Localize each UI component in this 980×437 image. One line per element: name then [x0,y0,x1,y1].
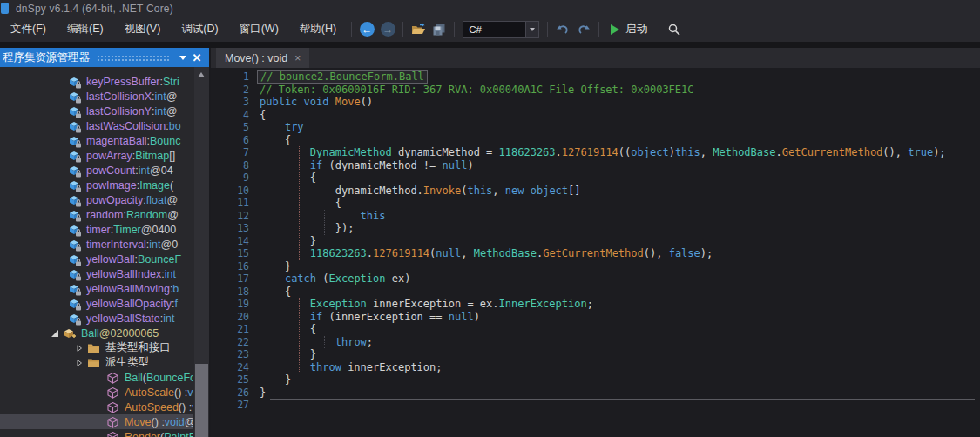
code-line-10[interactable]: 10 dynamicMethod.Invoke(this, new object… [211,185,980,198]
tab-move-void[interactable]: Move() : void × [216,48,309,68]
code-line-3[interactable]: 3public void Move() [211,96,980,109]
tree-scrollbar[interactable] [194,67,209,437]
toolbar-separator [402,22,403,37]
tree-item-powopacity[interactable]: powOpacity : float @ [0,192,193,207]
panel-menu-button[interactable] [176,50,190,64]
tree-item-render[interactable]: Render(PaintEver [0,429,193,437]
tree-expander[interactable] [75,344,87,353]
tree-expander[interactable] [75,359,87,367]
tree-item-timer[interactable]: timer : Timer @0400 [0,222,193,237]
tree-item-powimage[interactable]: powImage : Image ( [0,178,193,192]
code-line-5[interactable]: 5 try [211,121,980,134]
tree-item-powarray[interactable]: powArray : Bitmap[] [0,148,193,163]
code-text: try [260,121,304,134]
code-line-9[interactable]: 9 { [211,171,980,185]
tree-expander[interactable] [51,329,63,338]
code-line-6[interactable]: 6 { [211,134,980,147]
tree-item-magentaball[interactable]: magentaBall : Bounc [0,133,193,148]
undo-button[interactable] [552,19,573,40]
tree-item-lastcollisiony[interactable]: lastCollisionY : int @ [0,104,193,118]
tab-close-icon[interactable]: × [294,52,301,64]
tree-item-ball[interactable]: Ball @02000065 [0,326,193,340]
code-line-25[interactable]: 25 } [211,373,980,387]
code-line-7[interactable]: 7 DynamicMethod dynamicMethod = 11862326… [211,146,980,159]
menu-item[interactable]: 编辑(E) [57,20,114,39]
code-line-1[interactable]: 1// bounce2.BounceForm.Ball [211,71,980,84]
code-line-27[interactable]: 27 [211,399,980,412]
tree-item-lastwascollision[interactable]: lastWasCollision : bo [0,118,193,133]
tree-item-timerinterval[interactable]: timerInterval : int @0 [0,237,193,252]
open-button[interactable] [408,19,429,40]
line-number: 27 [211,399,260,412]
forward-button[interactable]: → [377,19,398,40]
menu-item[interactable]: 文件(F) [0,20,57,39]
field-icon-wrap [68,298,82,310]
tree-item-派生类型[interactable]: 派生类型 [0,355,193,370]
code-line-16[interactable]: 16 } [211,260,980,273]
field-icon-wrap [68,105,82,118]
tree-item-text: timer [86,224,111,236]
code-line-18[interactable]: 18 { [211,286,980,299]
chevron-down-icon [179,56,186,60]
tree-item-text: @ [166,194,178,206]
scrollbar-up-icon[interactable] [198,72,205,77]
tree-scrollbar-thumb[interactable] [195,364,208,437]
tree-item-yellowballopacity[interactable]: yellowBallOpacity : f [0,296,193,311]
line-number: 12 [211,210,260,223]
save-all-button[interactable] [429,19,449,40]
tree-item-random[interactable]: random : Random @ [0,207,193,222]
tree-item-yellowball[interactable]: yellowBall : BounceF [0,252,193,266]
code-line-24[interactable]: 24 throw innerException; [211,361,980,374]
code-line-15[interactable]: 15 118623263.127619114(null, MethodBase.… [211,247,980,260]
tree-item-text: int [165,268,176,280]
language-combo-dropdown[interactable] [525,22,538,37]
code-line-14[interactable]: 14 } [211,235,980,248]
code-editor[interactable]: 1// bounce2.BounceForm.Ball2// Token: 0x… [211,68,980,437]
menu-item[interactable]: 视图(V) [114,20,172,39]
tree-item-keypressbuffer[interactable]: keyPressBuffer : Stri [0,74,193,89]
assembly-explorer-header[interactable]: 程序集资源管理器 ✕ [0,48,209,67]
tree-item-text: f [174,298,177,310]
field-icon [68,105,82,118]
back-button[interactable]: ← [356,19,377,40]
tree-item-yellowballmoving[interactable]: yellowBallMoving : b [0,281,193,296]
tree-item-text: b [172,283,179,295]
tree-item-yellowballstate[interactable]: yellowBallState : int [0,311,193,326]
menu-item[interactable]: 调试(D) [171,20,228,39]
code-line-19[interactable]: 19 Exception innerException = ex.InnerEx… [211,298,980,311]
tree-item-move[interactable]: Move() : void @( [0,414,193,429]
code-line-12[interactable]: 12 this [211,210,980,223]
code-line-23[interactable]: 23 } [211,348,980,361]
title-bar[interactable]: dnSpy v6.1.4 (64-bit, .NET Core) [0,0,980,17]
run-button[interactable]: 启动 [604,19,654,40]
menu-item[interactable]: 窗口(W) [229,20,289,39]
search-button[interactable] [664,19,685,40]
tree-item-lastcollisionx[interactable]: lastCollisionX : int @ [0,89,193,104]
code-line-8[interactable]: 8 if (dynamicMethod != null) [211,159,980,172]
language-combo[interactable]: C# [463,21,539,38]
menu-item[interactable]: 帮助(H) [289,20,347,39]
redo-button[interactable] [573,19,594,40]
code-line-22[interactable]: 22 throw; [211,336,980,349]
field-icon [68,253,82,266]
tree-item-ball[interactable]: Ball(BounceForm [0,370,193,385]
code-line-13[interactable]: 13 }); [211,222,980,235]
class-icon-wrap [63,327,77,340]
menu-toolbar: 文件(F)编辑(E)视图(V)调试(D)窗口(W)帮助(H) ← → C# [0,17,980,42]
code-line-11[interactable]: 11 { [211,197,980,210]
field-icon-wrap [68,283,82,295]
code-line-17[interactable]: 17 catch (Exception ex) [211,272,980,286]
code-line-20[interactable]: 20 if (innerException == null) [211,311,980,324]
tree-item-powcount[interactable]: powCount : int @04 [0,163,193,178]
tree-item-autospeed[interactable]: AutoSpeed() : vo [0,400,193,414]
tree-item-基类型和接口[interactable]: 基类型和接口 [0,340,193,355]
tree-item-text: Ball [81,327,99,340]
tree-item-text: bo [169,120,181,132]
tree-item-autoscale[interactable]: AutoScale() : void [0,385,193,400]
code-line-26[interactable]: 26} [211,387,980,400]
panel-close-button[interactable]: ✕ [190,50,204,64]
code-line-21[interactable]: 21 { [211,323,980,336]
tree-item-yellowballindex[interactable]: yellowBallIndex : int [0,266,193,281]
code-line-4[interactable]: 4{ [211,109,980,122]
code-line-2[interactable]: 2// Token: 0x0600016F RID: 367 RVA: 0x00… [211,84,980,97]
